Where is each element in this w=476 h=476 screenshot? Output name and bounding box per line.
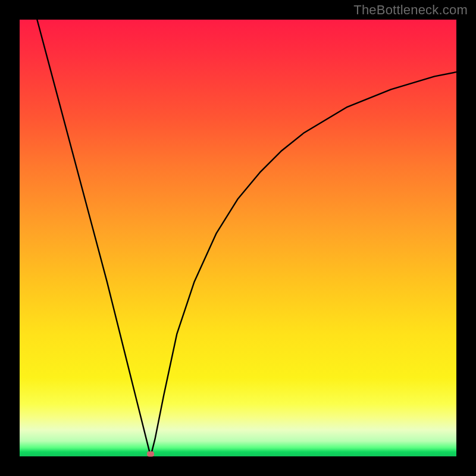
watermark-text: TheBottleneck.com: [353, 2, 468, 18]
chart-frame: TheBottleneck.com: [0, 0, 476, 476]
chart-background-gradient: [20, 20, 456, 456]
